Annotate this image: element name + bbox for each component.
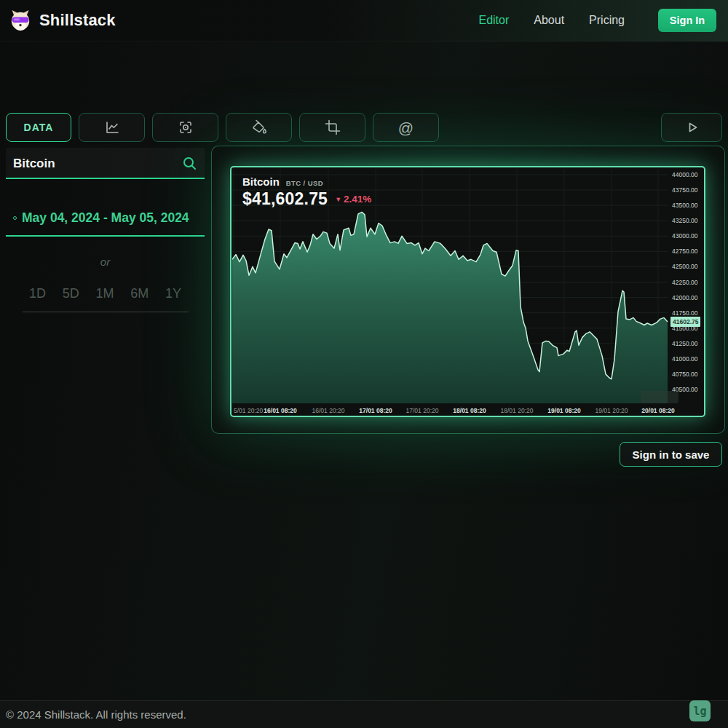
search-icon	[182, 156, 197, 171]
paint-bucket-icon	[251, 119, 267, 135]
brand: Shillstack	[9, 9, 116, 32]
search-box[interactable]: Bitcoin	[6, 148, 205, 179]
chart-title: Bitcoin	[242, 175, 280, 188]
time-tick: 18/01 20:20	[501, 407, 534, 414]
price-tick: 42750.00	[672, 248, 697, 255]
range-1y[interactable]: 1Y	[165, 286, 181, 301]
range-buttons: 1D 5D 1M 6M 1Y	[6, 286, 205, 301]
range-6m[interactable]: 6M	[130, 286, 149, 301]
mention-icon: @	[398, 120, 414, 135]
time-tick: 18/01 08:20	[453, 407, 486, 414]
date-range-value: May 04, 2024 - May 05, 2024	[22, 210, 189, 226]
down-triangle-icon: ▼	[335, 196, 341, 203]
crop-icon	[325, 119, 341, 135]
logo-dog-icon	[9, 9, 32, 32]
price-tick: 43000.00	[672, 232, 697, 240]
time-tick: 16/01 08:20	[264, 407, 296, 414]
time-tick: 17/01 20:20	[406, 407, 439, 414]
copyright-text: © 2024 Shillstack. All rights reserved.	[6, 708, 186, 721]
chart-change: ▼2.41%	[335, 194, 371, 205]
price-tick: 41250.00	[672, 340, 697, 347]
date-dot-icon	[13, 216, 17, 220]
time-tick: 5/01 20:20	[234, 407, 263, 414]
price-axis[interactable]: 44000.0043750.0043500.0043250.0043000.00…	[669, 169, 705, 403]
chart-pair: BTC / USD	[286, 179, 323, 187]
range-1m[interactable]: 1M	[95, 286, 114, 301]
chart-price: $41,602.75	[242, 189, 328, 209]
save-chart-button[interactable]: Sign in to save	[620, 442, 722, 467]
footer: © 2024 Shillstack. All rights reserved.	[0, 700, 728, 728]
time-tick: 19/01 20:20	[596, 407, 628, 414]
time-scrollbar-thumb[interactable]	[641, 391, 678, 403]
time-tick: 16/01 20:20	[312, 407, 345, 414]
current-price-tag: 41602.75	[670, 317, 700, 327]
date-range-picker[interactable]: May 04, 2024 - May 05, 2024	[6, 210, 205, 237]
brand-title: Shillstack	[39, 11, 116, 30]
price-tick: 42250.00	[672, 279, 697, 286]
chart-widget[interactable]: Bitcoin BTC / USD $41,602.75 ▼2.41%	[230, 166, 705, 417]
run-button[interactable]	[661, 113, 722, 142]
chart-style-button[interactable]	[79, 113, 145, 142]
fill-color-button[interactable]	[226, 113, 292, 142]
price-tick: 42000.00	[672, 294, 697, 301]
play-icon	[684, 120, 699, 135]
breakpoint-badge: lg	[689, 700, 711, 721]
price-tick: 42500.00	[672, 263, 697, 270]
price-tick: 44000.00	[672, 171, 697, 178]
chart-header: Bitcoin BTC / USD $41,602.75 ▼2.41%	[242, 175, 371, 209]
focus-scan-icon	[178, 119, 194, 135]
focus-button[interactable]	[152, 113, 218, 142]
range-5d[interactable]: 5D	[63, 286, 79, 301]
price-tick: 41750.00	[672, 309, 697, 317]
time-axis[interactable]: 5/01 20:2016/01 08:2016/01 20:2017/01 08…	[232, 406, 704, 417]
nav-link-about[interactable]: About	[534, 14, 564, 27]
mention-button[interactable]: @	[373, 113, 439, 142]
price-tick: 43250.00	[672, 217, 697, 224]
editor-canvas: Bitcoin BTC / USD $41,602.75 ▼2.41%	[211, 146, 725, 434]
nav-link-pricing[interactable]: Pricing	[589, 14, 625, 27]
price-tick: 41000.00	[672, 355, 697, 363]
data-tab-button[interactable]: DATA	[6, 113, 71, 142]
time-tick: 19/01 08:20	[547, 407, 580, 414]
price-tick: 40750.00	[672, 371, 697, 378]
range-divider	[23, 312, 189, 312]
sidebar: Bitcoin May 04, 2024 - May 05, 2024 or 1…	[6, 148, 205, 312]
nav-link-editor[interactable]: Editor	[478, 14, 509, 27]
toolbar: DATA @	[6, 113, 722, 142]
main-nav: Editor About Pricing Sign In	[478, 9, 716, 32]
crop-button[interactable]	[299, 113, 365, 142]
time-tick: 20/01 08:20	[641, 407, 674, 414]
search-input[interactable]: Bitcoin	[13, 148, 55, 179]
header: Shillstack Editor About Pricing Sign In	[0, 0, 728, 41]
time-tick: 17/01 08:20	[359, 407, 392, 414]
sign-in-button[interactable]: Sign In	[658, 9, 716, 32]
or-label: or	[6, 256, 205, 268]
range-1d[interactable]: 1D	[29, 286, 46, 301]
price-tick: 43750.00	[672, 186, 697, 194]
price-tick: 43500.00	[672, 202, 697, 209]
line-chart-icon	[104, 119, 120, 135]
